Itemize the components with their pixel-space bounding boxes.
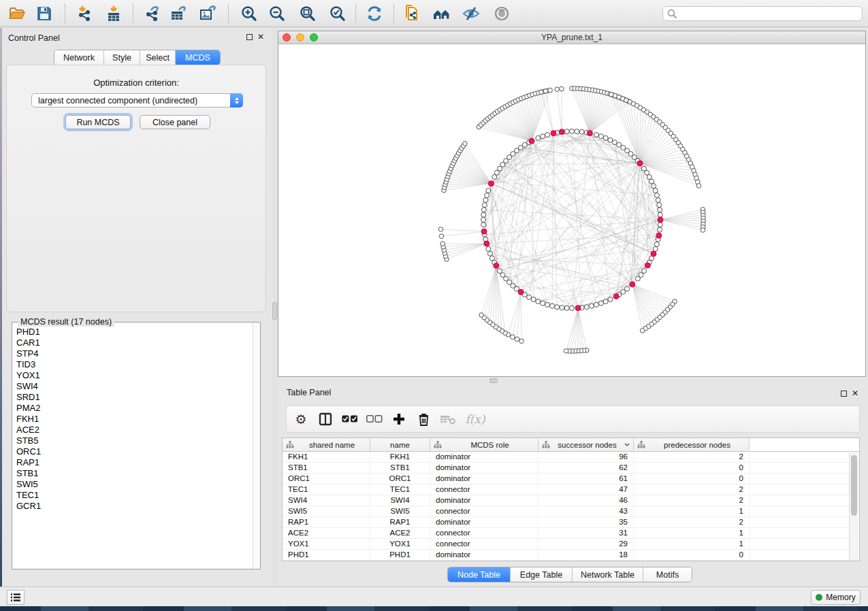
satellite-node[interactable] (701, 228, 705, 233)
mcds-node[interactable] (481, 229, 487, 234)
export-network-icon[interactable] (144, 4, 163, 23)
tab-motifs[interactable]: Motifs (643, 567, 692, 582)
add-column-icon[interactable] (389, 409, 409, 429)
mcds-result-item[interactable]: STB5 (12, 435, 253, 446)
ring-node[interactable] (536, 299, 541, 304)
ring-node[interactable] (545, 133, 550, 137)
mcds-node[interactable] (658, 217, 663, 222)
ring-node[interactable] (527, 295, 532, 299)
show-all-icon[interactable] (492, 4, 511, 23)
satellite-node[interactable] (511, 335, 515, 340)
table-row[interactable]: STB1STB1dominator620 (283, 463, 859, 474)
table-row[interactable]: TEC1TEC1connector472 (283, 484, 859, 495)
open-session-icon[interactable] (7, 4, 27, 23)
close-window-icon[interactable] (283, 33, 291, 42)
ring-node[interactable] (656, 198, 660, 203)
delete-column-icon[interactable] (413, 409, 434, 429)
mcds-node[interactable] (494, 263, 499, 269)
mcds-result-item[interactable]: FKH1 (12, 414, 253, 425)
network-canvas-svg[interactable] (278, 44, 865, 376)
ring-node[interactable] (482, 203, 487, 208)
zoom-in-icon[interactable] (239, 4, 258, 23)
zoom-selected-icon[interactable] (327, 4, 347, 23)
ring-node[interactable] (564, 129, 569, 134)
table-row[interactable]: ORC1ORC1dominator610 (283, 474, 859, 484)
ring-node[interactable] (658, 222, 662, 227)
mcds-result-item[interactable]: SWI5 (12, 479, 253, 490)
import-network-icon[interactable] (76, 4, 95, 23)
table-row[interactable]: SWI5SWI5connector431 (283, 506, 859, 517)
ring-node[interactable] (584, 305, 589, 310)
table-scrollbar-thumb[interactable] (851, 455, 857, 516)
satellite-node[interactable] (519, 339, 524, 344)
ring-node[interactable] (560, 306, 564, 310)
mcds-node[interactable] (645, 263, 650, 268)
ring-node[interactable] (594, 302, 599, 307)
network-window-titlebar[interactable]: YPA_prune.txt_1 (278, 31, 865, 44)
mcds-result-item[interactable]: PMA2 (12, 403, 253, 414)
function-builder-icon[interactable]: f(x) (465, 409, 485, 429)
refresh-view-icon[interactable] (365, 4, 384, 23)
ring-node[interactable] (522, 142, 527, 147)
close-panel-button[interactable]: Close panel (140, 115, 210, 129)
show-columns-icon[interactable] (315, 409, 336, 429)
mcds-result-item[interactable]: TID3 (12, 359, 253, 370)
satellite-node[interactable] (463, 142, 468, 146)
mcds-result-item[interactable]: CAR1 (12, 337, 253, 348)
vertical-splitter[interactable] (272, 28, 278, 587)
close-panel-icon[interactable]: ✕ (257, 34, 264, 40)
ring-node[interactable] (603, 299, 608, 304)
satellite-node[interactable] (479, 313, 484, 318)
table-options-gear-icon[interactable]: ⚙ (291, 409, 311, 429)
tab-edge-table[interactable]: Edge Table (511, 567, 573, 582)
mcds-node[interactable] (518, 289, 524, 295)
ring-node[interactable] (589, 303, 594, 308)
mcds-result-item[interactable]: GCR1 (12, 501, 253, 512)
mcds-node[interactable] (656, 233, 662, 238)
ring-node[interactable] (489, 256, 494, 261)
column-header-shared-name[interactable]: shared name (283, 438, 370, 451)
ring-node[interactable] (487, 251, 492, 256)
satellite-node[interactable] (543, 89, 548, 94)
zoom-fit-icon[interactable] (298, 4, 317, 23)
mcds-result-scrollbar[interactable] (253, 323, 260, 569)
mcds-result-item[interactable]: RAP1 (12, 457, 253, 468)
mcds-node[interactable] (587, 131, 592, 136)
mcds-result-item[interactable]: SRD1 (12, 392, 253, 403)
ring-node[interactable] (658, 212, 662, 217)
ring-node[interactable] (575, 129, 579, 134)
ring-node[interactable] (485, 193, 489, 198)
table-scrollbar[interactable] (849, 452, 858, 560)
save-session-icon[interactable] (35, 4, 54, 23)
export-table-icon[interactable] (169, 4, 188, 23)
satellite-node[interactable] (555, 87, 560, 92)
export-image-icon[interactable] (198, 4, 217, 23)
ring-node[interactable] (649, 179, 654, 184)
deselect-all-checks-icon[interactable] (364, 409, 385, 429)
run-mcds-button[interactable]: Run MCDS (65, 115, 131, 129)
vertical-splitter-handle[interactable] (272, 302, 277, 320)
float-table-panel-icon[interactable] (841, 391, 847, 397)
mcds-result-item[interactable]: ORC1 (12, 446, 253, 457)
mcds-node[interactable] (551, 131, 556, 136)
horizontal-splitter-handle[interactable] (489, 378, 498, 383)
ring-node[interactable] (608, 137, 613, 142)
first-neighbors-icon[interactable] (432, 4, 451, 23)
mcds-node[interactable] (575, 306, 581, 311)
mcds-node[interactable] (484, 241, 489, 246)
satellite-node[interactable] (439, 234, 444, 239)
tab-style[interactable]: Style (104, 50, 140, 65)
ring-node[interactable] (541, 301, 545, 306)
mcds-result-item[interactable]: STB1 (12, 468, 253, 479)
ring-node[interactable] (545, 302, 550, 307)
ring-node[interactable] (647, 175, 652, 180)
table-row[interactable]: FKH1FKH1dominator962 (283, 452, 859, 463)
float-panel-icon[interactable] (246, 34, 253, 40)
table-row[interactable]: ACE2ACE2connector311 (283, 528, 859, 539)
ring-node[interactable] (570, 129, 575, 134)
mcds-node[interactable] (613, 294, 619, 299)
ring-node[interactable] (481, 218, 486, 222)
tab-select[interactable]: Select (140, 50, 176, 65)
ring-node[interactable] (481, 208, 486, 212)
ring-node[interactable] (653, 246, 658, 251)
